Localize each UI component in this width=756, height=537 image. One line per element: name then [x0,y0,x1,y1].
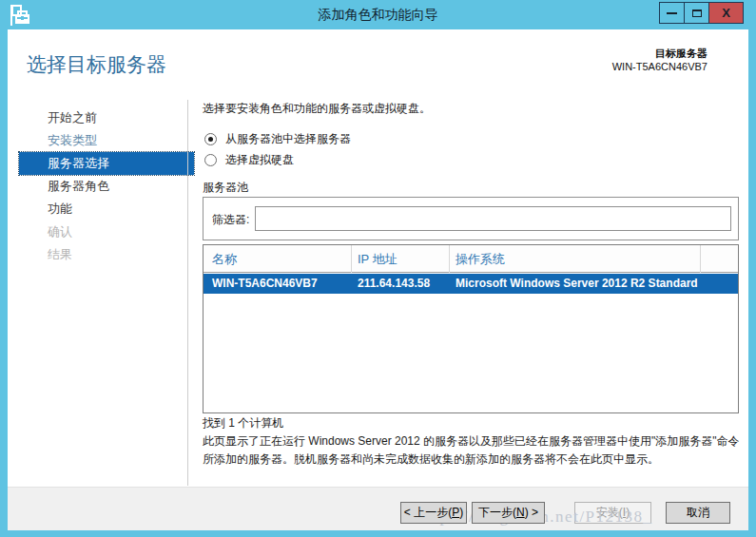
previous-button-text: < 上一步( [404,506,452,519]
nav-item-results: 结果 [19,243,194,266]
title-bar: 添加角色和功能向导 X [0,0,756,29]
install-button-text: 安装( [596,506,623,519]
previous-button[interactable]: < 上一步(P) [400,502,467,524]
server-pool-title: 服务器池 [203,180,248,196]
minimize-icon [667,12,677,14]
next-accesskey: N [516,506,525,519]
column-header-os[interactable]: 操作系统 [456,251,505,268]
filter-panel: 筛选器: [203,197,739,240]
column-header-ip[interactable]: IP 地址 [358,251,397,268]
computers-found-text: 找到 1 个计算机 [203,415,283,432]
column-header-name[interactable]: 名称 [212,251,237,268]
radio-vhd-label: 选择虚拟硬盘 [225,152,294,168]
cell-server-os: Microsoft Windows Server 2012 R2 Standar… [456,277,698,290]
sidebar-divider [187,100,188,486]
page-title: 选择目标服务器 [27,51,166,78]
filter-label: 筛选器: [212,212,249,228]
radio-option-server-pool[interactable]: 从服务器池中选择服务器 [204,131,351,147]
cancel-button[interactable]: 取消 [666,502,730,524]
next-button[interactable]: 下一步(N) > [472,502,545,524]
column-separator [449,245,450,273]
nav-item-features[interactable]: 功能 [19,198,194,221]
minimize-button[interactable] [659,2,685,24]
previous-button-text-suffix: ) [459,506,463,519]
table-header-row: 名称 IP 地址 操作系统 [204,245,738,273]
nav-item-server-selection[interactable]: 服务器选择 [19,152,194,175]
window-title: 添加角色和功能向导 [0,0,756,29]
window-controls: X [660,2,744,24]
filter-input[interactable] [255,206,731,231]
wizard-steps-nav: 开始之前 安装类型 服务器选择 服务器角色 功能 确认 结果 [19,106,194,266]
next-button-text: 下一步( [478,506,516,519]
radio-selected-icon[interactable] [204,133,217,145]
radio-server-pool-label: 从服务器池中选择服务器 [225,131,351,147]
cell-server-ip: 211.64.143.58 [358,277,430,290]
nav-item-confirmation: 确认 [19,221,194,243]
wizard-dialog: 选择目标服务器 目标服务器 WIN-T5A6CN46VB7 开始之前 安装类型 … [8,29,748,530]
close-icon: X [722,7,730,19]
maximize-button[interactable] [684,2,709,24]
install-button: 安装(I) [574,502,651,524]
cell-server-name: WIN-T5A6CN46VB7 [212,277,318,290]
target-server-box: 目标服务器 WIN-T5A6CN46VB7 [612,47,708,73]
next-button-text-suffix: ) > [525,506,538,519]
intro-text: 选择要安装角色和功能的服务器或虚拟硬盘。 [203,101,431,117]
previous-accesskey: P [452,506,459,519]
target-server-label: 目标服务器 [612,47,708,60]
nav-item-before-you-begin[interactable]: 开始之前 [19,106,194,129]
page-description: 此页显示了正在运行 Windows Server 2012 的服务器以及那些已经… [203,432,743,469]
nav-item-installation-type[interactable]: 安装类型 [19,129,194,152]
column-separator [351,245,352,273]
maximize-icon [692,10,702,17]
target-server-name: WIN-T5A6CN46VB7 [612,60,708,73]
nav-item-server-roles[interactable]: 服务器角色 [19,175,194,198]
column-separator [700,245,701,273]
table-row-selected[interactable]: WIN-T5A6CN46VB7 211.64.143.58 Microsoft … [204,274,738,294]
radio-option-vhd[interactable]: 选择虚拟硬盘 [204,152,294,168]
radio-unselected-icon[interactable] [204,154,217,166]
server-pool-table: 名称 IP 地址 操作系统 WIN-T5A6CN46VB7 211.64.143… [203,244,739,413]
install-button-text-suffix: ) [626,506,630,519]
close-button[interactable]: X [708,2,744,24]
